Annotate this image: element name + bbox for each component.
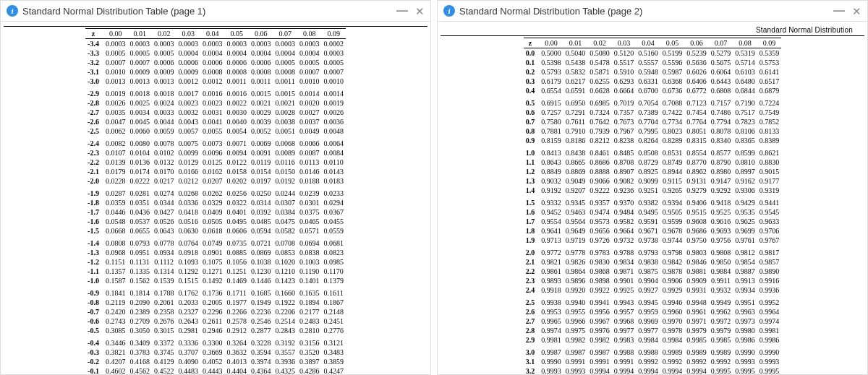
prob-value: 0.5675 xyxy=(709,58,733,67)
prob-value: 0.3085 xyxy=(103,326,128,335)
prob-value: 0.6628 xyxy=(587,86,612,95)
prob-value: 0.2611 xyxy=(200,316,225,326)
prob-value: 0.0068 xyxy=(273,136,297,148)
prob-value: 0.1151 xyxy=(103,257,128,267)
z-value: 2.0 xyxy=(524,245,540,257)
prob-value: 0.0080 xyxy=(127,136,152,148)
prob-value: 0.2119 xyxy=(103,298,128,307)
prob-value: 0.6443 xyxy=(709,77,733,86)
prob-value: 0.4443 xyxy=(200,366,225,374)
prob-value: 0.8389 xyxy=(757,136,782,145)
prob-value: 0.3936 xyxy=(273,357,297,366)
z-value: -1.2 xyxy=(85,257,103,267)
z-value: -1.6 xyxy=(85,217,103,226)
prob-value: 0.9236 xyxy=(612,186,637,195)
prob-value: 0.1562 xyxy=(127,276,152,285)
table-row: 1.50.93320.93450.93570.93700.93820.93940… xyxy=(524,195,782,207)
prob-value: 0.0005 xyxy=(273,58,297,67)
prob-value: 0.3483 xyxy=(321,348,346,357)
prob-value: 0.9898 xyxy=(587,276,612,285)
prob-value: 0.0427 xyxy=(152,207,176,217)
prob-value: 0.0025 xyxy=(127,98,152,108)
prob-value: 0.0446 xyxy=(103,207,128,217)
prob-value: 0.0146 xyxy=(297,167,322,176)
z-value: -3.0 xyxy=(85,77,103,86)
prob-value: 0.1515 xyxy=(176,276,200,285)
table-row: -1.00.15870.15620.15390.15150.14920.1469… xyxy=(85,276,346,285)
prob-value: 0.7611 xyxy=(563,117,588,126)
prob-value: 0.9656 xyxy=(587,226,612,236)
prob-value: 0.0020 xyxy=(297,98,322,108)
table-row: -0.10.46020.45620.45220.44830.44430.4404… xyxy=(85,366,346,374)
z-value: 2.5 xyxy=(524,295,540,307)
prob-value: 0.9625 xyxy=(733,217,757,226)
z-value: -0.6 xyxy=(85,316,103,326)
prob-value: 0.9744 xyxy=(660,236,685,245)
prob-value: 0.0630 xyxy=(176,226,200,236)
prob-value: 0.0102 xyxy=(152,148,176,158)
prob-value: 0.3707 xyxy=(176,348,200,357)
prob-value: 0.0212 xyxy=(176,176,200,186)
prob-value: 0.9961 xyxy=(684,307,709,316)
prob-value: 0.0274 xyxy=(152,186,176,198)
prob-value: 0.0003 xyxy=(152,39,176,49)
prob-value: 0.9826 xyxy=(563,257,588,267)
prob-value: 0.9927 xyxy=(636,285,660,295)
prob-value: 0.3300 xyxy=(200,335,225,348)
prob-value: 0.9966 xyxy=(563,316,588,326)
prob-value: 0.8531 xyxy=(660,145,685,158)
prob-value: 0.0008 xyxy=(224,67,249,77)
prob-value: 0.9015 xyxy=(757,167,782,176)
titlebar-page1: i Standard Normal Distribution Table (pa… xyxy=(1,1,430,22)
prob-value: 0.0034 xyxy=(127,108,152,117)
col-header: 0.06 xyxy=(249,29,273,39)
prob-value: 0.9131 xyxy=(684,176,709,186)
table-row: 3.10.99900.99910.99910.99910.99920.99920… xyxy=(524,357,782,366)
prob-value: 0.0505 xyxy=(200,217,225,226)
prob-value: 0.5948 xyxy=(636,67,660,77)
prob-value: 0.2090 xyxy=(127,298,152,307)
prob-value: 0.9319 xyxy=(757,186,782,195)
prob-value: 0.0099 xyxy=(176,148,200,158)
prob-value: 0.0007 xyxy=(127,58,152,67)
prob-value: 0.0436 xyxy=(127,207,152,217)
z-value: 1.3 xyxy=(524,176,540,186)
prob-value: 0.7190 xyxy=(733,95,757,108)
prob-value: 0.9515 xyxy=(684,207,709,217)
z-value: 0.4 xyxy=(524,86,540,95)
minimize-button[interactable]: — xyxy=(396,5,408,17)
z-value: 0.2 xyxy=(524,67,540,77)
prob-value: 0.0084 xyxy=(321,148,346,158)
prob-value: 0.0281 xyxy=(127,186,152,198)
close-button[interactable]: ✕ xyxy=(852,6,861,17)
prob-value: 0.0202 xyxy=(224,176,249,186)
prob-value: 0.9963 xyxy=(733,307,757,316)
prob-value: 0.2296 xyxy=(200,307,225,316)
prob-value: 0.8599 xyxy=(733,145,757,158)
minimize-button[interactable]: — xyxy=(833,5,845,17)
prob-value: 0.6480 xyxy=(733,77,757,86)
prob-value: 0.0003 xyxy=(200,39,225,49)
table-row: 1.90.97130.97190.97260.97320.97380.97440… xyxy=(524,236,782,245)
prob-value: 0.6217 xyxy=(563,77,588,86)
z-value: -1.7 xyxy=(85,207,103,217)
prob-value: 0.0013 xyxy=(127,77,152,86)
close-button[interactable]: ✕ xyxy=(415,6,425,17)
prob-value: 0.9803 xyxy=(684,245,709,257)
prob-value: 0.0032 xyxy=(176,108,200,117)
prob-value: 0.0028 xyxy=(273,108,297,117)
prob-value: 0.0091 xyxy=(249,148,273,158)
prob-value: 0.9916 xyxy=(757,276,782,285)
z-value: -2.2 xyxy=(85,158,103,167)
prob-value: 0.0004 xyxy=(273,48,297,58)
prob-value: 0.0055 xyxy=(200,126,225,136)
prob-value: 0.0179 xyxy=(103,167,128,176)
table-row: -0.50.30850.30500.30150.29810.29460.2912… xyxy=(85,326,346,335)
z-value: -2.1 xyxy=(85,167,103,176)
z-value: -0.5 xyxy=(85,326,103,335)
prob-value: 0.0024 xyxy=(152,98,176,108)
prob-value: 0.9881 xyxy=(684,267,709,276)
table-row: 0.10.53980.54380.54780.55170.55570.55960… xyxy=(524,58,782,67)
prob-value: 0.9987 xyxy=(539,345,563,357)
prob-value: 0.9993 xyxy=(539,366,563,374)
